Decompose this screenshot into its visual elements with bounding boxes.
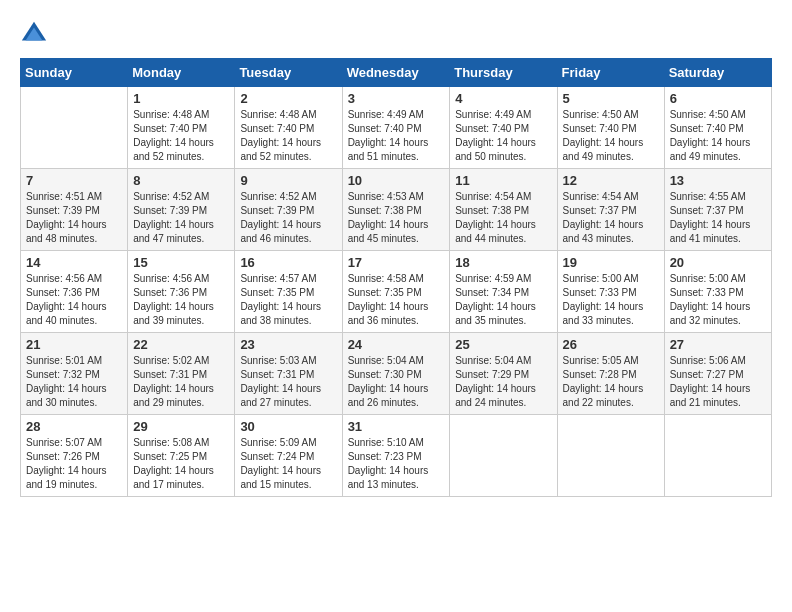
calendar-cell: 9 Sunrise: 4:52 AMSunset: 7:39 PMDayligh… (235, 169, 342, 251)
calendar-cell: 23 Sunrise: 5:03 AMSunset: 7:31 PMDaylig… (235, 333, 342, 415)
day-number: 13 (670, 173, 766, 188)
calendar-cell: 7 Sunrise: 4:51 AMSunset: 7:39 PMDayligh… (21, 169, 128, 251)
day-info: Sunrise: 4:57 AMSunset: 7:35 PMDaylight:… (240, 272, 336, 328)
day-number: 20 (670, 255, 766, 270)
calendar-cell: 12 Sunrise: 4:54 AMSunset: 7:37 PMDaylig… (557, 169, 664, 251)
day-number: 27 (670, 337, 766, 352)
calendar-cell: 6 Sunrise: 4:50 AMSunset: 7:40 PMDayligh… (664, 87, 771, 169)
calendar-cell: 8 Sunrise: 4:52 AMSunset: 7:39 PMDayligh… (128, 169, 235, 251)
day-info: Sunrise: 5:04 AMSunset: 7:30 PMDaylight:… (348, 354, 445, 410)
day-number: 5 (563, 91, 659, 106)
day-info: Sunrise: 5:02 AMSunset: 7:31 PMDaylight:… (133, 354, 229, 410)
day-number: 11 (455, 173, 551, 188)
page-header (20, 20, 772, 48)
day-info: Sunrise: 4:48 AMSunset: 7:40 PMDaylight:… (240, 108, 336, 164)
day-number: 19 (563, 255, 659, 270)
calendar-cell: 3 Sunrise: 4:49 AMSunset: 7:40 PMDayligh… (342, 87, 450, 169)
calendar-cell (21, 87, 128, 169)
calendar-week-3: 14 Sunrise: 4:56 AMSunset: 7:36 PMDaylig… (21, 251, 772, 333)
day-info: Sunrise: 4:56 AMSunset: 7:36 PMDaylight:… (133, 272, 229, 328)
day-number: 21 (26, 337, 122, 352)
calendar-cell: 25 Sunrise: 5:04 AMSunset: 7:29 PMDaylig… (450, 333, 557, 415)
calendar-cell (557, 415, 664, 497)
day-info: Sunrise: 4:59 AMSunset: 7:34 PMDaylight:… (455, 272, 551, 328)
day-number: 4 (455, 91, 551, 106)
calendar-cell: 17 Sunrise: 4:58 AMSunset: 7:35 PMDaylig… (342, 251, 450, 333)
day-number: 23 (240, 337, 336, 352)
weekday-header-saturday: Saturday (664, 59, 771, 87)
day-info: Sunrise: 4:52 AMSunset: 7:39 PMDaylight:… (240, 190, 336, 246)
calendar-cell: 30 Sunrise: 5:09 AMSunset: 7:24 PMDaylig… (235, 415, 342, 497)
calendar-cell: 18 Sunrise: 4:59 AMSunset: 7:34 PMDaylig… (450, 251, 557, 333)
weekday-header-tuesday: Tuesday (235, 59, 342, 87)
day-info: Sunrise: 4:50 AMSunset: 7:40 PMDaylight:… (670, 108, 766, 164)
calendar-cell: 16 Sunrise: 4:57 AMSunset: 7:35 PMDaylig… (235, 251, 342, 333)
day-info: Sunrise: 4:56 AMSunset: 7:36 PMDaylight:… (26, 272, 122, 328)
calendar-cell: 19 Sunrise: 5:00 AMSunset: 7:33 PMDaylig… (557, 251, 664, 333)
calendar-cell: 13 Sunrise: 4:55 AMSunset: 7:37 PMDaylig… (664, 169, 771, 251)
day-info: Sunrise: 4:54 AMSunset: 7:38 PMDaylight:… (455, 190, 551, 246)
calendar-cell: 24 Sunrise: 5:04 AMSunset: 7:30 PMDaylig… (342, 333, 450, 415)
calendar-cell: 4 Sunrise: 4:49 AMSunset: 7:40 PMDayligh… (450, 87, 557, 169)
calendar-cell: 21 Sunrise: 5:01 AMSunset: 7:32 PMDaylig… (21, 333, 128, 415)
day-info: Sunrise: 4:51 AMSunset: 7:39 PMDaylight:… (26, 190, 122, 246)
day-number: 10 (348, 173, 445, 188)
calendar-week-2: 7 Sunrise: 4:51 AMSunset: 7:39 PMDayligh… (21, 169, 772, 251)
calendar-week-4: 21 Sunrise: 5:01 AMSunset: 7:32 PMDaylig… (21, 333, 772, 415)
weekday-header-sunday: Sunday (21, 59, 128, 87)
day-number: 3 (348, 91, 445, 106)
day-info: Sunrise: 4:55 AMSunset: 7:37 PMDaylight:… (670, 190, 766, 246)
calendar-cell (450, 415, 557, 497)
day-number: 12 (563, 173, 659, 188)
day-info: Sunrise: 5:03 AMSunset: 7:31 PMDaylight:… (240, 354, 336, 410)
day-number: 26 (563, 337, 659, 352)
day-info: Sunrise: 5:05 AMSunset: 7:28 PMDaylight:… (563, 354, 659, 410)
day-number: 2 (240, 91, 336, 106)
day-info: Sunrise: 5:09 AMSunset: 7:24 PMDaylight:… (240, 436, 336, 492)
day-info: Sunrise: 5:04 AMSunset: 7:29 PMDaylight:… (455, 354, 551, 410)
calendar-cell: 2 Sunrise: 4:48 AMSunset: 7:40 PMDayligh… (235, 87, 342, 169)
weekday-header-friday: Friday (557, 59, 664, 87)
day-info: Sunrise: 4:48 AMSunset: 7:40 PMDaylight:… (133, 108, 229, 164)
day-info: Sunrise: 4:50 AMSunset: 7:40 PMDaylight:… (563, 108, 659, 164)
weekday-header-thursday: Thursday (450, 59, 557, 87)
day-info: Sunrise: 5:07 AMSunset: 7:26 PMDaylight:… (26, 436, 122, 492)
calendar-cell: 26 Sunrise: 5:05 AMSunset: 7:28 PMDaylig… (557, 333, 664, 415)
calendar-cell: 27 Sunrise: 5:06 AMSunset: 7:27 PMDaylig… (664, 333, 771, 415)
day-info: Sunrise: 4:49 AMSunset: 7:40 PMDaylight:… (455, 108, 551, 164)
calendar-cell: 10 Sunrise: 4:53 AMSunset: 7:38 PMDaylig… (342, 169, 450, 251)
day-info: Sunrise: 5:00 AMSunset: 7:33 PMDaylight:… (563, 272, 659, 328)
weekday-header-wednesday: Wednesday (342, 59, 450, 87)
day-number: 15 (133, 255, 229, 270)
logo (20, 20, 52, 48)
day-number: 25 (455, 337, 551, 352)
day-number: 7 (26, 173, 122, 188)
calendar-cell: 11 Sunrise: 4:54 AMSunset: 7:38 PMDaylig… (450, 169, 557, 251)
day-info: Sunrise: 4:54 AMSunset: 7:37 PMDaylight:… (563, 190, 659, 246)
calendar-cell: 1 Sunrise: 4:48 AMSunset: 7:40 PMDayligh… (128, 87, 235, 169)
day-info: Sunrise: 5:08 AMSunset: 7:25 PMDaylight:… (133, 436, 229, 492)
day-info: Sunrise: 4:52 AMSunset: 7:39 PMDaylight:… (133, 190, 229, 246)
calendar-table: SundayMondayTuesdayWednesdayThursdayFrid… (20, 58, 772, 497)
day-number: 29 (133, 419, 229, 434)
day-info: Sunrise: 4:49 AMSunset: 7:40 PMDaylight:… (348, 108, 445, 164)
day-number: 24 (348, 337, 445, 352)
day-info: Sunrise: 5:06 AMSunset: 7:27 PMDaylight:… (670, 354, 766, 410)
calendar-cell: 15 Sunrise: 4:56 AMSunset: 7:36 PMDaylig… (128, 251, 235, 333)
day-number: 30 (240, 419, 336, 434)
calendar-cell: 28 Sunrise: 5:07 AMSunset: 7:26 PMDaylig… (21, 415, 128, 497)
day-number: 14 (26, 255, 122, 270)
logo-icon (20, 20, 48, 48)
calendar-cell: 22 Sunrise: 5:02 AMSunset: 7:31 PMDaylig… (128, 333, 235, 415)
weekday-header-monday: Monday (128, 59, 235, 87)
calendar-cell (664, 415, 771, 497)
day-info: Sunrise: 5:01 AMSunset: 7:32 PMDaylight:… (26, 354, 122, 410)
day-number: 18 (455, 255, 551, 270)
calendar-week-5: 28 Sunrise: 5:07 AMSunset: 7:26 PMDaylig… (21, 415, 772, 497)
day-number: 22 (133, 337, 229, 352)
day-number: 8 (133, 173, 229, 188)
day-number: 16 (240, 255, 336, 270)
day-number: 17 (348, 255, 445, 270)
day-number: 31 (348, 419, 445, 434)
day-number: 28 (26, 419, 122, 434)
